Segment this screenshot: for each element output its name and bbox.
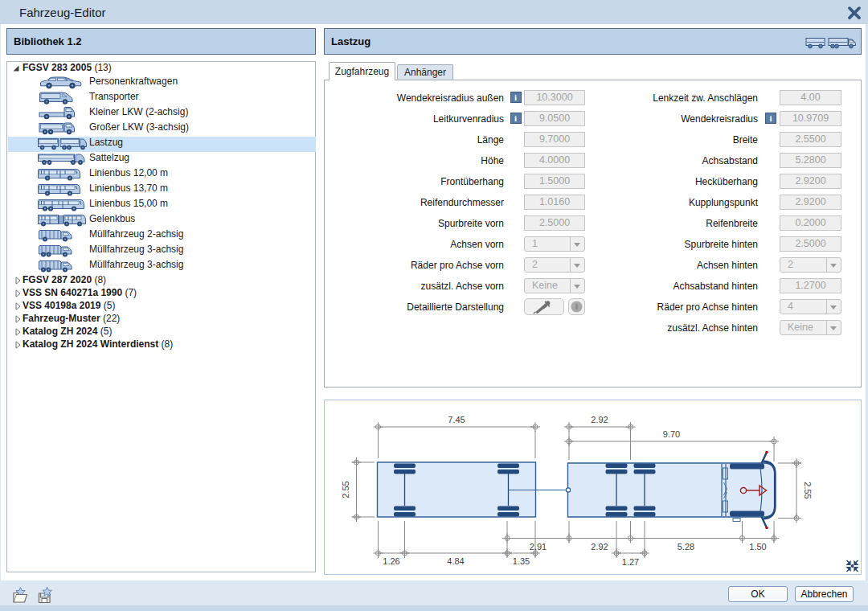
svg-text:2.92: 2.92	[591, 415, 608, 424]
svg-text:1.35: 1.35	[513, 556, 530, 566]
svg-text:2.55: 2.55	[803, 482, 813, 498]
svg-text:9.70: 9.70	[663, 429, 680, 439]
svg-text:2.55: 2.55	[341, 481, 350, 498]
svg-text:2.92: 2.92	[591, 542, 608, 552]
svg-text:1.27: 1.27	[622, 557, 639, 567]
svg-text:4.84: 4.84	[447, 556, 464, 566]
svg-text:7.45: 7.45	[448, 415, 465, 424]
svg-text:2.91: 2.91	[530, 542, 547, 552]
svg-text:1.50: 1.50	[749, 542, 766, 552]
svg-text:1.26: 1.26	[383, 556, 399, 566]
svg-text:5.28: 5.28	[678, 542, 694, 552]
